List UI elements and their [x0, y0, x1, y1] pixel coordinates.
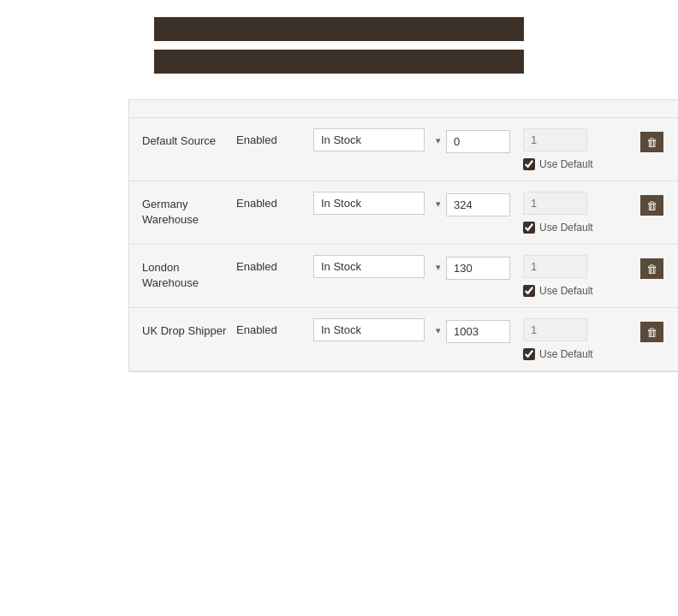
delete-row-button-0[interactable]: 🗑: [640, 132, 663, 152]
delete-cell-3: 🗑: [634, 318, 669, 342]
qty-input-1[interactable]: [446, 193, 510, 216]
buttons-area: [0, 17, 678, 74]
item-status-select-2[interactable]: In StockOut of Stock: [313, 255, 425, 278]
qty-input-2[interactable]: [446, 257, 510, 280]
use-default-checkbox-1[interactable]: [523, 222, 535, 234]
use-default-checkbox-2[interactable]: [523, 285, 535, 297]
notify-qty-cell-0: Use Default: [523, 128, 634, 170]
source-status-0: Enabled: [236, 128, 313, 146]
use-default-label-2: Use Default: [539, 285, 593, 297]
source-status-1: Enabled: [236, 192, 313, 210]
main-section: Default SourceEnabledIn StockOut of Stoc…: [0, 99, 678, 389]
delete-row-button-2[interactable]: 🗑: [640, 258, 663, 279]
delete-cell-0: 🗑: [634, 128, 669, 152]
assigned-sources-table: Default SourceEnabledIn StockOut of Stoc…: [128, 99, 678, 372]
source-item-status-cell-0: In StockOut of Stock▾: [313, 128, 446, 151]
source-name-3: UK Drop Shipper: [142, 318, 236, 339]
qty-cell-1: [446, 192, 523, 216]
source-status-3: Enabled: [236, 318, 313, 336]
source-item-status-cell-2: In StockOut of Stock▾: [313, 255, 446, 278]
trash-icon: 🗑: [646, 199, 657, 212]
notify-qty-cell-2: Use Default: [523, 255, 634, 297]
use-default-label-3: Use Default: [539, 348, 593, 360]
source-name-0: Default Source: [142, 128, 236, 149]
source-item-status-cell-1: In StockOut of Stock▾: [313, 192, 446, 215]
delete-row-button-3[interactable]: 🗑: [640, 322, 663, 342]
qty-input-0[interactable]: [446, 130, 510, 153]
delete-cell-1: 🗑: [634, 192, 669, 216]
section-label: [17, 99, 128, 372]
delete-row-button-1[interactable]: 🗑: [640, 195, 663, 216]
use-default-label-0: Use Default: [539, 158, 593, 170]
chevron-down-icon: ▾: [436, 198, 441, 209]
use-default-checkbox-0[interactable]: [523, 158, 535, 170]
table-body: Default SourceEnabledIn StockOut of Stoc…: [129, 118, 678, 371]
item-status-select-0[interactable]: In StockOut of Stock: [313, 128, 425, 151]
source-item-status-cell-3: In StockOut of Stock▾: [313, 318, 446, 341]
chevron-down-icon: ▾: [436, 324, 441, 335]
table-row: UK Drop ShipperEnabledIn StockOut of Sto…: [129, 308, 678, 371]
source-status-2: Enabled: [236, 255, 313, 273]
qty-cell-0: [446, 128, 523, 153]
notify-qty-cell-1: Use Default: [523, 192, 634, 234]
trash-icon: 🗑: [646, 136, 657, 149]
qty-input-3[interactable]: [446, 320, 510, 343]
use-default-checkbox-3[interactable]: [523, 348, 535, 360]
use-default-label-1: Use Default: [539, 222, 593, 234]
table-row: London WarehouseEnabledIn StockOut of St…: [129, 245, 678, 308]
item-status-select-3[interactable]: In StockOut of Stock: [313, 318, 425, 341]
trash-icon: 🗑: [646, 326, 657, 339]
assign-sources-button[interactable]: [154, 17, 524, 41]
source-name-2: London Warehouse: [142, 255, 236, 291]
qty-cell-3: [446, 318, 523, 343]
trash-icon: 🗑: [646, 263, 657, 275]
notify-qty-input-3[interactable]: [523, 318, 587, 341]
chevron-down-icon: ▾: [436, 261, 441, 272]
notify-qty-input-2[interactable]: [523, 255, 587, 278]
page-wrapper: Default SourceEnabledIn StockOut of Stoc…: [0, 0, 678, 406]
chevron-down-icon: ▾: [436, 134, 441, 145]
notify-qty-input-0[interactable]: [523, 128, 587, 151]
table-row: Germany WarehouseEnabledIn StockOut of S…: [129, 181, 678, 245]
item-status-select-1[interactable]: In StockOut of Stock: [313, 192, 425, 215]
table-row: Default SourceEnabledIn StockOut of Stoc…: [129, 118, 678, 181]
qty-cell-2: [446, 255, 523, 280]
notify-qty-input-1[interactable]: [523, 192, 587, 215]
delete-cell-2: 🗑: [634, 255, 669, 279]
table-header: [129, 100, 678, 118]
advanced-inventory-button[interactable]: [154, 50, 524, 74]
source-name-1: Germany Warehouse: [142, 192, 236, 228]
notify-qty-cell-3: Use Default: [523, 318, 634, 360]
